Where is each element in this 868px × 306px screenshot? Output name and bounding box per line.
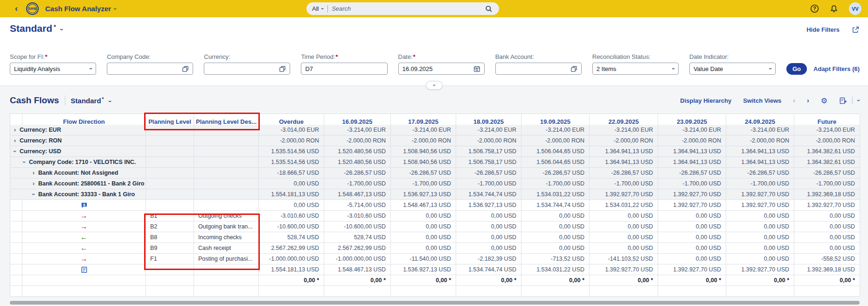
filter-bar: Scope for FI:* Liquidity Analysis › Comp… <box>0 42 868 86</box>
expand-node-icon[interactable]: › <box>14 127 16 133</box>
export-menu-chevron-icon[interactable]: › <box>856 100 861 101</box>
amount-cell: 1.364.941,13 USD <box>658 157 726 168</box>
value-help-icon[interactable] <box>182 65 189 72</box>
display-hierarchy-button[interactable]: Display Hierarchy <box>680 97 731 104</box>
help-icon[interactable]: ? <box>810 4 819 14</box>
app-title-menu[interactable]: Cash Flow Analyzer › <box>45 5 116 13</box>
amount-cell: -2.000,00 RON <box>658 135 726 146</box>
group-label: Bank Account: 25800611 - Bank 2 Giro <box>38 180 144 187</box>
amount-cell: 0,00 USD <box>259 178 324 189</box>
variant-title-menu[interactable]: Standard * › <box>10 23 63 34</box>
export-spreadsheet-icon[interactable] <box>839 97 847 105</box>
planning-level-cell <box>146 178 194 189</box>
group-row-label[interactable]: ›Currency: USD <box>10 146 146 157</box>
empty-cell <box>794 286 860 297</box>
amount-cell: 1.392.927,70 USD <box>726 200 794 211</box>
adapt-filters-button[interactable]: Adapt Filters (6) <box>813 65 860 72</box>
amount-cell: 0,00 USD <box>590 243 658 254</box>
search-input[interactable] <box>332 5 480 12</box>
divider <box>65 95 65 106</box>
amount-cell: 1.392.369,18 USD <box>794 264 860 275</box>
amount-cell: -1.000.000,00 USD <box>259 254 324 264</box>
switch-views-button[interactable]: Switch Views <box>743 97 781 104</box>
amount-cell: 1.364.941,13 USD <box>658 146 726 157</box>
collapse-filter-bar-button[interactable]: › <box>426 81 443 90</box>
group-row-label[interactable]: ›Bank Account: 33333 - Bank 1 Giro <box>10 189 146 200</box>
calendar-icon[interactable] <box>473 65 480 72</box>
expand-node-icon[interactable]: › <box>33 170 35 176</box>
collapse-node-icon[interactable]: › <box>21 161 27 163</box>
total-amount-cell: 0,00 * <box>794 275 860 286</box>
user-avatar[interactable]: VV <box>849 2 861 15</box>
navigate-back-icon[interactable]: ‹ <box>793 97 795 104</box>
group-row-label[interactable]: ›Currency: RON <box>10 135 146 146</box>
amount-cell: 1.506.758,17 USD <box>456 157 521 168</box>
table-variant-menu[interactable]: Standard * › <box>71 97 111 105</box>
amount-cell: -2.000,00 RON <box>456 135 521 146</box>
search-scope-select[interactable]: All › <box>312 5 324 12</box>
amount-cell: 1.364.941,13 USD <box>726 157 794 168</box>
currency-input[interactable] <box>204 63 290 75</box>
amount-cell: -3.214,00 EUR <box>794 125 860 135</box>
planning-level-desc-cell <box>194 146 259 157</box>
empty-cell <box>726 286 794 297</box>
amount-cell: -26.286,57 USD <box>726 168 794 178</box>
amount-cell: -3.214,00 EUR <box>590 125 658 135</box>
amount-cell: 0,00 USD <box>456 211 521 221</box>
amount-cell: -26.286,57 USD <box>456 168 521 178</box>
amount-cell: -2.000,00 RON <box>590 135 658 146</box>
value-help-icon[interactable] <box>570 65 577 72</box>
go-button[interactable]: Go <box>786 63 807 75</box>
expand-node-icon[interactable]: › <box>14 137 16 144</box>
amount-cell: -1.700,00 USD <box>658 178 726 189</box>
planning-level-cell: B2 <box>146 221 194 232</box>
amount-cell: -2.000,00 RON <box>794 135 860 146</box>
filter-reconciliation-status: Reconciliation Status: 2 Items › <box>592 53 679 75</box>
scope-for-fi-select[interactable]: Liquidity Analysis › <box>10 63 96 75</box>
back-button[interactable]: ‹ <box>13 4 20 14</box>
collapse-node-icon[interactable]: › <box>31 193 36 195</box>
planning-level-cell: B8 <box>146 232 194 243</box>
group-row-label[interactable]: ›Company Code: 1710 - VELOTICS INC. <box>10 157 146 168</box>
group-row-label[interactable]: ›Bank Account: 25800611 - Bank 2 Giro <box>10 178 146 189</box>
horizontal-scrollbar[interactable] <box>10 301 860 305</box>
empty-cell <box>590 286 658 297</box>
notifications-bell-icon[interactable] <box>829 4 839 14</box>
planning-level-desc-cell: Posting of purchasi... <box>194 254 259 264</box>
shell-search[interactable]: All › <box>306 2 499 15</box>
expand-node-icon[interactable]: › <box>33 180 35 187</box>
search-icon[interactable] <box>484 4 493 14</box>
shell-header: ‹ SRB Cash Flow Analyzer › All › ? <box>0 0 868 17</box>
amount-cell: -1.700,00 USD <box>590 178 658 189</box>
date-input[interactable]: 16.09.2025 <box>398 63 485 75</box>
page-title: Standard <box>10 23 52 34</box>
amount-cell: -26.286,57 USD <box>324 168 391 178</box>
navigate-forward-icon[interactable]: › <box>807 97 809 104</box>
amount-cell: -3.214,00 EUR <box>456 125 521 135</box>
amount-cell: 1.520.480,56 USD <box>324 146 391 157</box>
bank-account-input[interactable] <box>495 63 582 75</box>
hide-filters-button[interactable]: Hide Filters <box>806 26 840 33</box>
planning-level-cell: B9 <box>146 243 194 254</box>
reconciliation-status-select[interactable]: 2 Items › <box>592 63 679 75</box>
value-help-icon[interactable] <box>279 65 286 72</box>
chevron-down-icon: › <box>88 68 94 70</box>
planning-level-desc-cell <box>194 275 259 286</box>
amount-cell: -3.214,00 EUR <box>324 125 391 135</box>
planning-level-desc-cell: Cash receipt <box>194 243 259 254</box>
group-row-label[interactable]: ›Bank Account: Not Assigned <box>10 168 146 178</box>
amount-cell: 1.534.744,74 USD <box>521 200 590 211</box>
group-row-label[interactable]: ›Currency: EUR <box>10 125 146 135</box>
company-code-input[interactable] <box>107 63 193 75</box>
chevron-down-icon: › <box>107 100 113 102</box>
time-period-input[interactable]: D7 <box>301 63 387 75</box>
date-indicator-select[interactable]: Value Date › <box>689 63 776 75</box>
settings-gear-icon[interactable]: ⚙ <box>821 96 827 105</box>
collapse-node-icon[interactable]: › <box>12 150 18 152</box>
inflow-arrow-icon: ← <box>22 243 146 254</box>
filter-scope-for-fi: Scope for FI:* Liquidity Analysis › <box>10 53 96 75</box>
amount-cell: 1.364.382,61 USD <box>794 157 860 168</box>
chevron-down-icon: › <box>112 8 118 10</box>
share-icon[interactable] <box>852 26 860 34</box>
group-label: Currency: EUR <box>20 127 61 133</box>
